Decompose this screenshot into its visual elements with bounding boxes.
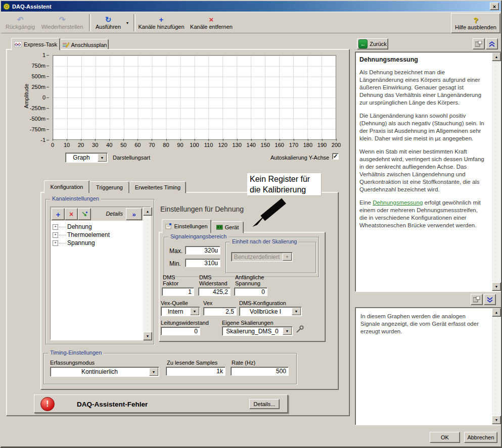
initial-voltage-label: Anfängliche Spannung [235,274,268,286]
tree-expand-icon[interactable]: + [53,240,58,246]
tab-triggerung[interactable]: Triggerung [89,181,129,193]
channel-list-item[interactable]: +Thermoelement [51,231,143,239]
run-icon: ↻ [105,16,112,23]
custom-scaling-dropdown[interactable]: Skalierung_DMS_0 ▼ [222,326,293,336]
float-info-button[interactable] [471,294,483,305]
error-details-button[interactable]: Details... [249,399,280,409]
daq-assistant-window: DAQ-Assistent × ↶ Rückgängig ↷ Wiederher… [0,0,502,448]
channel-list-item[interactable]: +Dehnung [51,223,143,231]
rate-input[interactable]: 500 [231,367,289,376]
channel-remove-button[interactable]: × [65,208,78,220]
help-link[interactable]: Dehnungsmessung [373,200,423,206]
close-icon: × [493,4,496,10]
tree-expand-icon[interactable]: + [53,224,58,230]
redo-button[interactable]: ↷ Wiederherstellen [38,13,86,32]
x-axis-tick-label: 150 [261,142,270,148]
channel-reassign-button[interactable] [78,208,91,220]
error-text: DAQ-Assistent-Fehler [77,401,148,408]
window-title: DAQ-Assistent [12,4,52,10]
hide-help-button[interactable]: ? Hilfe ausblenden [451,13,500,33]
help-icon: ? [473,16,478,24]
unit-legend: Einheit nach der Skalierung [230,238,299,244]
channel-list-item[interactable]: +Spannung [51,239,143,247]
collapse-info-button[interactable] [484,294,496,305]
gage-factor-input[interactable]: 1 [162,287,194,296]
app-icon [3,3,10,10]
collapse-help-button[interactable] [486,38,498,49]
max-value: 320u [204,247,218,254]
help-paragraph: Die Längenänderung kann sowohl positiv (… [359,112,485,142]
unit-dropdown[interactable]: Benutzerdefiniert ▼ [231,252,293,262]
connection-diagram-icon [62,42,69,47]
tab-express-task[interactable]: Express-Task [11,38,60,51]
lead-resistance-input[interactable]: 0 [161,327,200,335]
channel-list-scrollbar[interactable]: ▲ ▼ [143,207,151,340]
scroll-up-button[interactable]: ▲ [492,53,501,61]
display-type-value: Graph [66,153,97,162]
info-scrollbar[interactable]: ▲ ▼ [492,308,500,424]
undo-button[interactable]: ↶ Rückgängig [4,13,36,32]
display-type-dropdown[interactable]: Graph ▼ [65,153,108,163]
tab-geraet[interactable]: Gerät [211,221,244,233]
min-label: Min. [169,260,181,267]
tree-expand-icon[interactable]: + [53,232,58,238]
remove-channels-icon: × [209,16,214,23]
tab-konfiguration[interactable]: Konfiguration [44,180,89,193]
x-axis-tick-label: 120 [218,142,227,148]
autoscale-checkbox[interactable]: ✓ [332,153,339,160]
express-task-icon [14,41,22,47]
channel-add-button[interactable]: + [52,208,65,220]
scroll-down-button[interactable]: ▼ [492,416,501,424]
back-button[interactable]: ← Zurück [357,38,388,49]
samples-input[interactable]: 1k [166,367,225,376]
initial-voltage-input[interactable]: 0 [234,287,267,296]
run-menu-button[interactable]: ▾ [124,13,131,32]
dropdown-arrow-icon: ▼ [190,308,199,315]
annotation-note: Kein Register für die Kalibrierung [247,173,321,195]
vex-input[interactable]: 2,5 [203,307,237,316]
channel-name: Dehnung [67,223,92,230]
x-axis-tick-label: 170 [289,142,298,148]
channel-name: Thermoelement [67,231,110,238]
details-expand-button[interactable]: » [126,208,142,220]
scroll-up-button[interactable]: ▲ [143,207,152,216]
run-button[interactable]: ↻ Ausführen [93,13,123,32]
help-content: Dehnungsmessung Als Dehnung bezeichnet m… [359,56,485,235]
cancel-button[interactable]: Abbrechen [464,432,497,443]
scroll-up-button[interactable]: ▲ [492,308,501,317]
signal-range-groupbox: Signaleingangsbereich Max. 320u Min. 310… [164,237,319,277]
settings-heading: Einstellungen für Dehnung [160,205,244,213]
acquisition-mode-value: Kontinuierlich [51,367,149,376]
x-axis-tick-label: 50 [120,142,126,148]
dms-config-dropdown[interactable]: Vollbrücke I ▼ [239,307,302,316]
vex-source-value: Intern [161,307,190,316]
ok-label: OK [441,434,449,440]
gage-resistance-input[interactable]: 425,2 [198,287,231,296]
x-axis-tick-label: 110 [204,142,213,148]
y-axis-tick-label: 0 [42,94,45,101]
scroll-down-button[interactable]: ▼ [492,282,501,291]
double-chevron-right-icon: » [132,211,135,218]
vex-source-dropdown[interactable]: Intern ▼ [161,307,200,316]
wrench-icon[interactable] [295,325,304,334]
min-input[interactable]: 310u [185,259,220,267]
float-help-button[interactable] [473,38,485,49]
help-scrollbar[interactable]: ▲ ▼ [492,53,500,291]
tab-express-task-label: Express-Task [24,41,57,47]
channel-toolbar: + × Details » [51,207,143,221]
ok-button[interactable]: OK [430,432,460,443]
tab-erweitertes-timing[interactable]: Erweitertes Timing [129,181,186,193]
scroll-down-button[interactable]: ▼ [143,332,152,340]
add-channels-button[interactable]: + Kanäle hinzufügen [136,13,186,32]
channel-remove-icon: × [69,210,73,218]
y-axis-tick-label: 1 [42,52,45,58]
custom-scaling-value: Skalierung_DMS_0 [222,327,282,335]
acquisition-mode-dropdown[interactable]: Kontinuierlich ▼ [50,367,159,377]
tab-einstellungen[interactable]: Einstellungen [162,219,211,233]
rate-value: 500 [276,368,286,375]
display-type-label: Darstellungsart [113,155,150,161]
x-axis-tick-label: 10 [64,142,70,148]
close-button[interactable]: × [490,3,499,10]
max-input[interactable]: 320u [185,246,220,255]
remove-channels-button[interactable]: × Kanäle entfernen [187,13,236,32]
